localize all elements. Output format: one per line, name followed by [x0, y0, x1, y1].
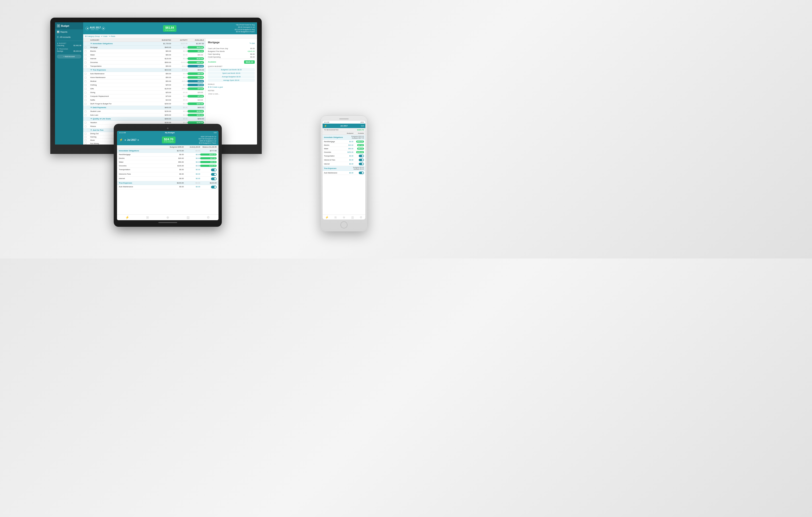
checking-account-row[interactable]: Checking $2,992.96 — [57, 44, 81, 47]
enter-note[interactable]: Enter a note... — [90, 29, 101, 30]
toggle-switch[interactable] — [359, 163, 364, 165]
table-row[interactable]: Internet $120.00 $0.00 $120.00 — [83, 57, 205, 61]
quick-budget-spent-last[interactable]: Spent Last Month: $0.00 — [208, 72, 255, 75]
table-row[interactable]: Auto Loan $250.00 $0.00 $250.00 — [83, 113, 205, 117]
list-item[interactable]: Water $50.00 $60.00 — [323, 147, 365, 150]
iphone-home-button[interactable] — [341, 221, 348, 228]
checkbox[interactable] — [85, 122, 86, 124]
add-account-button[interactable]: + Add Account — [57, 55, 81, 59]
table-row[interactable]: Student Loan $150.00 $0.00 $150.00 — [83, 110, 205, 113]
balance-badge: $61.84 To be budgeted — [163, 25, 176, 32]
ipad-tab-accounts[interactable]: ⊞ — [137, 216, 157, 219]
checkbox[interactable] — [85, 88, 86, 90]
list-item[interactable]: Rent/Mortgage $0.00 $0.00 $800.00 — [117, 153, 219, 156]
redo-button[interactable]: ↪ Redo — [109, 35, 115, 37]
list-item[interactable]: Interest & Fees $0.00 — [323, 158, 365, 162]
balance-label: To be budgeted — [165, 29, 175, 31]
table-row[interactable]: Transportation $50.00 -$24.97 $25.03 — [83, 64, 205, 68]
category-group-button[interactable]: ⊞ Category Group — [85, 35, 99, 37]
toggle-switch[interactable] — [359, 172, 364, 174]
table-row[interactable]: Auto Maintenance $50.00 $0.00 $50.00 — [83, 72, 205, 76]
toggle-switch[interactable] — [359, 159, 364, 161]
list-item[interactable]: Transportation $0.00 $0.00 — [117, 168, 219, 172]
prev-month-button[interactable]: ◀ — [86, 27, 89, 30]
list-item[interactable]: Electric $20.00 $27.00 — [323, 143, 365, 147]
table-row[interactable]: Netflix $15.00 $0.00 $15.00 — [83, 98, 205, 102]
ipad-tab-budget[interactable]: ⚡ — [117, 216, 137, 219]
notes-input[interactable] — [208, 92, 255, 95]
quick-budget-avg-budgeted[interactable]: Average Budgeted: $0.00 — [208, 75, 255, 78]
checkbox[interactable] — [85, 103, 86, 105]
iphone-tab-budget[interactable]: ⚡ — [323, 216, 331, 219]
table-row[interactable]: Computer Replacement $75.00 $0.00 $75.00 — [83, 94, 205, 98]
checkbox[interactable] — [85, 125, 86, 127]
list-item[interactable]: Internet $0.00 $0.00 — [117, 177, 219, 181]
sidebar-item-all-accounts[interactable]: ☰ All Accounts — [55, 34, 83, 40]
checkbox[interactable] — [85, 114, 86, 116]
list-item[interactable]: Rent/Mortgage $0.00 $600.00 — [323, 140, 365, 143]
list-item[interactable]: Groceries $100.00 $0.00 $100.00 — [117, 164, 219, 168]
list-item[interactable]: Auto Maintenance $0.00 $0.00 — [117, 185, 219, 190]
create-goal-button[interactable]: ⊕ ⊕ Create a goal — [208, 86, 255, 88]
table-row[interactable]: Gifts $125.00 -$50.00 $75.00 — [83, 87, 205, 91]
checkbox[interactable] — [85, 80, 86, 82]
table-row[interactable]: Medical $50.00 -$25.00 $25.00 — [83, 80, 205, 83]
toggle-switch[interactable] — [211, 185, 216, 189]
checkbox[interactable] — [85, 143, 86, 145]
checkbox[interactable] — [85, 139, 86, 141]
quick-budget-last-month[interactable]: Budgeted Last Month: $0.00 — [208, 68, 255, 71]
list-item[interactable]: Auto Maintenance $0.00 — [323, 171, 365, 175]
budgeted-amount[interactable]: $945.00 — [154, 46, 171, 49]
ipad-tab-reports[interactable]: ▥ — [178, 216, 198, 219]
checkbox[interactable] — [85, 136, 86, 138]
ipad-tab-settings[interactable]: ⚙ — [198, 216, 219, 219]
table-row[interactable]: Home Maintenance $50.00 $0.00 $50.00 — [83, 76, 205, 80]
next-month-button[interactable]: ▶ — [102, 27, 105, 30]
ipad-edit-btn[interactable]: Edit — [214, 132, 216, 134]
list-item[interactable]: Interest & Fees $0.00 $0.00 — [117, 172, 219, 177]
ipad-next-month[interactable]: ▶ — [138, 139, 139, 141]
list-item[interactable]: Internet $0.00 — [323, 162, 365, 166]
iphone-tab-settings[interactable]: ⚙ — [357, 216, 365, 219]
checkbox[interactable] — [85, 65, 86, 67]
checkbox[interactable] — [85, 95, 86, 97]
table-row[interactable]: Electric $60.00 $0.00 $60.00 — [83, 49, 205, 53]
list-item[interactable]: Transportation $0.00 — [323, 154, 365, 158]
quick-budget-avg-spent[interactable]: Average Spent: $0.00 — [208, 79, 255, 82]
sidebar-item-reports[interactable]: 📊 Reports — [55, 29, 83, 34]
checkbox[interactable] — [85, 111, 86, 112]
checkbox[interactable] — [85, 73, 86, 75]
table-row[interactable]: Mortgage $945.00 $0.00 $945.00 — [83, 46, 205, 49]
iphone-edit-button[interactable]: Edit — [361, 125, 364, 127]
list-item[interactable]: Electric $20.00 $0.00 $27.00 — [117, 156, 219, 160]
table-row[interactable]: Water $50.00 $0.00 $50.00 — [83, 53, 205, 57]
checkbox[interactable] — [85, 58, 86, 60]
iphone-tab-add[interactable]: ⊕ — [340, 216, 348, 219]
checkbox[interactable] — [85, 47, 86, 49]
iphone-tab-reports[interactable]: ▥ — [348, 216, 357, 219]
savings-account-row[interactable]: Savings $5,200.00 — [57, 50, 81, 52]
list-item[interactable]: Water $50.00 $0.00 $50.00 — [117, 160, 219, 164]
checkbox[interactable] — [85, 54, 86, 56]
ipad-prev-month[interactable]: ◀ — [124, 139, 126, 141]
table-row[interactable]: Stuff I Forgot to Budget For $200.00 $0.… — [83, 102, 205, 106]
checkbox[interactable] — [85, 84, 86, 86]
undo-button[interactable]: ↩ Undo — [101, 35, 107, 37]
checkbox[interactable] — [85, 92, 86, 93]
table-row[interactable]: Giving $25.00 $0.00 $25.00 — [83, 91, 205, 94]
toggle-switch[interactable] — [211, 173, 216, 176]
table-row[interactable]: Clothing $25.00 $0.00 $25.00 — [83, 83, 205, 87]
ipad-tab-add[interactable]: ⊕ — [158, 216, 178, 219]
checkbox[interactable] — [85, 62, 86, 63]
toggle-switch[interactable] — [359, 155, 364, 157]
checkbox[interactable] — [85, 77, 86, 79]
list-item[interactable]: Groceries $250.00 $250.00 — [323, 150, 365, 154]
iphone-tab-accounts[interactable]: ⊞ — [331, 216, 340, 219]
toggle-switch[interactable] — [211, 169, 216, 171]
checkbox[interactable] — [85, 99, 86, 101]
detail-edit-button[interactable]: ✎ Edit — [250, 42, 255, 45]
checkbox[interactable] — [85, 50, 86, 52]
toggle-switch[interactable] — [211, 177, 216, 180]
checkbox[interactable] — [85, 133, 86, 135]
table-row[interactable]: Groceries $500.00 -$102.53 $397.47 — [83, 61, 205, 64]
